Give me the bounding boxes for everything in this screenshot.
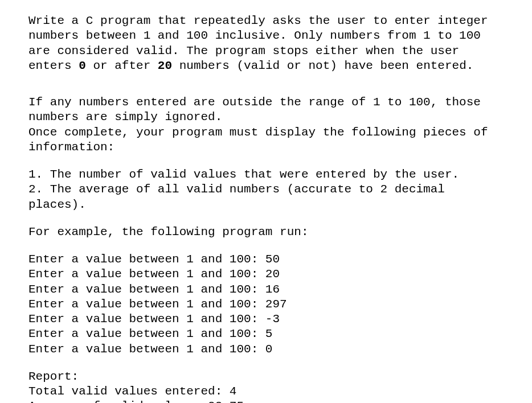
display-paragraph: Once complete, your program must display… — [28, 125, 504, 155]
example-prompt: Enter a value between 1 and 100: 0 — [28, 342, 504, 357]
intro-bold-zero: 0 — [79, 59, 86, 72]
list-item-2: 2. The average of all valid numbers (acc… — [28, 182, 504, 212]
example-prompt: Enter a value between 1 and 100: 297 — [28, 297, 504, 312]
intro-text-3: numbers (valid or not) have been entered… — [172, 59, 473, 72]
example-prompt: Enter a value between 1 and 100: 5 — [28, 327, 504, 342]
list-item-1: 1. The number of valid values that were … — [28, 167, 504, 182]
intro-paragraph: Write a C program that repeatedly asks t… — [28, 14, 504, 73]
report-total: Total valid values entered: 4 — [28, 384, 504, 399]
intro-bold-twenty: 20 — [158, 59, 172, 72]
example-lead: For example, the following program run: — [28, 225, 504, 240]
report-heading: Report: — [28, 369, 504, 384]
intro-text-2: or after — [86, 59, 158, 72]
example-prompt: Enter a value between 1 and 100: -3 — [28, 312, 504, 327]
report-average: Average of valid values: 22.75 — [28, 399, 504, 403]
example-prompt: Enter a value between 1 and 100: 50 — [28, 252, 504, 267]
example-prompt: Enter a value between 1 and 100: 16 — [28, 282, 504, 297]
example-prompt: Enter a value between 1 and 100: 20 — [28, 267, 504, 282]
ignore-paragraph: If any numbers entered are outside the r… — [28, 95, 504, 125]
